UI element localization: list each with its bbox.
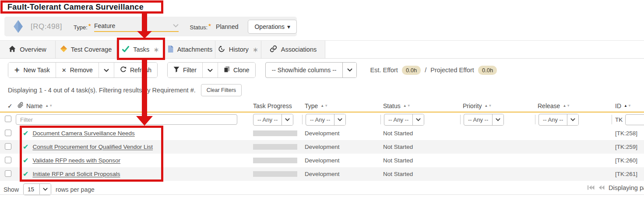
task-status: Not Started	[379, 130, 457, 137]
tab-associations[interactable]: Associations	[261, 41, 325, 58]
link-icon	[270, 45, 277, 54]
table-row: ✔Document Camera Surveillance Needs Deve…	[0, 127, 644, 140]
divider	[0, 194, 644, 195]
task-check-icon: ✔	[23, 156, 28, 165]
task-type: Development	[302, 144, 379, 150]
table-filter-row: -- Any -- -- Any -- -- Any -- -- Any -- …	[0, 113, 644, 127]
status-filter-dropdown[interactable]: -- Any --	[384, 114, 424, 126]
chevron-down-icon	[104, 67, 109, 74]
page-title: Fault-Tolerant Camera Surveillance	[7, 3, 144, 12]
sort-desc-icon: ▼	[324, 104, 328, 108]
divider	[535, 115, 535, 124]
first-page-icon[interactable]	[587, 184, 595, 191]
clear-filters-button[interactable]: Clear Filters	[201, 84, 242, 96]
requirement-diamond-icon	[14, 20, 23, 33]
chevron-down-icon	[567, 114, 578, 125]
requirement-id: [RQ:498]	[31, 22, 62, 31]
name-filter-input[interactable]	[16, 114, 237, 125]
row-checkbox[interactable]	[5, 170, 11, 177]
x-icon: ✕	[62, 67, 67, 73]
column-header-release: Release	[538, 102, 560, 109]
refresh-button[interactable]: Refresh	[114, 63, 157, 77]
divider	[380, 115, 381, 124]
refresh-icon	[120, 66, 127, 74]
show-hide-columns-dropdown[interactable]: -- Show/hide columns --	[265, 62, 357, 78]
operations-button[interactable]: Operations▾	[248, 20, 297, 34]
remove-task-button[interactable]: ✕Remove	[56, 63, 99, 77]
task-progress-bar	[253, 158, 297, 163]
select-all-check-icon: ✓	[7, 103, 13, 109]
task-check-icon: ✔	[23, 143, 28, 151]
pagination-footer: Show 15 rows per page	[4, 183, 95, 195]
projected-effort-badge: 0.0h	[478, 66, 497, 75]
type-filter-dropdown[interactable]: -- Any --	[306, 114, 346, 126]
plus-icon: +	[14, 67, 20, 74]
row-checkbox[interactable]	[5, 130, 11, 136]
previous-page-icon[interactable]	[598, 184, 605, 191]
est-effort-badge: 0.0h	[402, 66, 421, 75]
sort-control[interactable]: ▲▼	[320, 104, 328, 108]
sort-desc-icon: ▼	[567, 104, 570, 108]
tab-history[interactable]: History ∗	[215, 41, 261, 58]
unsaved-asterisk-icon: ∗	[253, 46, 258, 54]
tab-overview[interactable]: Overview	[0, 41, 56, 58]
sort-desc-icon: ▼	[49, 104, 53, 108]
annotation-title-box: Fault-Tolerant Camera Surveillance	[0, 0, 163, 14]
pager-controls: Displaying pa	[587, 184, 644, 191]
divider	[302, 115, 303, 124]
select-all-checkbox[interactable]	[5, 116, 11, 122]
sort-control[interactable]: ▲▼	[403, 104, 411, 108]
release-filter-dropdown[interactable]: -- Any --	[538, 114, 579, 126]
effort-separator: /	[425, 67, 426, 74]
task-name-link[interactable]: Initiate RFP and Solicit Proposals	[32, 171, 120, 177]
new-task-button[interactable]: +New Task	[8, 63, 56, 77]
sort-control[interactable]: ▲▼	[485, 104, 492, 108]
task-name-link[interactable]: Document Camera Surveillance Needs	[32, 130, 134, 137]
filter-button[interactable]: Filter	[168, 63, 203, 77]
row-checkbox[interactable]	[5, 157, 11, 163]
sort-control[interactable]: ▲▼	[563, 104, 570, 108]
sort-asc-icon: ▲	[563, 104, 566, 108]
page-size-select[interactable]: 15	[23, 183, 51, 195]
chevron-down-icon	[39, 184, 51, 195]
tab-attachments[interactable]: Attachments	[165, 41, 215, 58]
required-star-icon: ★	[208, 23, 211, 27]
requirement-tasks-page: [RQ:498] Type:★ Feature Status:★ Planned…	[0, 0, 644, 197]
column-header-status: Status	[383, 102, 401, 109]
show-label: Show	[4, 186, 19, 193]
task-status: Not Started	[379, 144, 457, 150]
id-filter-input[interactable]	[625, 114, 644, 125]
task-type: Development	[302, 130, 379, 137]
row-checkbox[interactable]	[5, 143, 11, 150]
displaying-page-text: Displaying pa	[609, 184, 644, 191]
divider	[612, 115, 612, 124]
tab-test-coverage[interactable]: Test Coverage	[56, 41, 117, 58]
coverage-diamond-icon	[60, 46, 67, 53]
sort-asc-icon: ▲	[45, 104, 49, 108]
progress-filter-dropdown[interactable]: -- Any --	[253, 114, 293, 126]
chevron-down-icon	[334, 114, 345, 125]
remove-dropdown-button[interactable]	[99, 63, 114, 77]
task-id: [TK:260]	[611, 157, 644, 164]
task-check-icon: ✔	[23, 170, 28, 178]
sort-control[interactable]: ▲▼	[45, 104, 53, 108]
copy-icon	[224, 66, 230, 74]
tab-tasks[interactable]: Tasks ∗	[117, 41, 165, 58]
task-name-link[interactable]: Consult Procurement for Qualified Vendor…	[32, 144, 153, 150]
task-progress-bar	[253, 130, 297, 136]
est-effort-label: Est. Effort	[370, 67, 398, 74]
column-header-type: Type	[305, 102, 318, 109]
file-icon	[168, 46, 173, 54]
id-filter-prefix: TK	[615, 116, 623, 123]
clone-button[interactable]: Clone	[218, 63, 255, 77]
type-dropdown[interactable]: Feature	[94, 21, 179, 32]
filter-dropdown-button[interactable]	[203, 63, 218, 77]
task-id: [TK:259]	[611, 144, 644, 150]
sort-desc-icon: ▼	[488, 104, 492, 108]
home-icon	[9, 46, 16, 53]
column-header-task-progress: Task Progress	[253, 102, 292, 109]
task-name-link[interactable]: Validate RFP needs with Sponsor	[32, 157, 120, 164]
sort-control[interactable]: ▲▼	[624, 104, 631, 108]
table-body: ✔Document Camera Surveillance Needs Deve…	[0, 127, 644, 181]
priority-filter-dropdown[interactable]: -- Any --	[464, 114, 504, 126]
